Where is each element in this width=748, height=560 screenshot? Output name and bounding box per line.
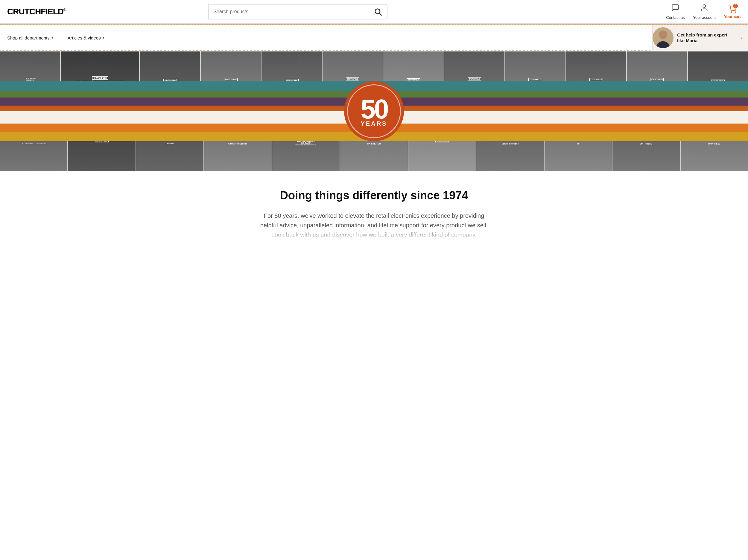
fifty-years-badge: 50 YEARS (344, 81, 404, 141)
main-nav: Shop all departments ▾ Articles & videos… (0, 25, 748, 51)
svg-point-2 (703, 5, 705, 7)
main-body-text: For 50 years, we've worked to elevate th… (257, 211, 491, 240)
svg-point-5 (659, 30, 667, 39)
search-button[interactable] (369, 4, 387, 19)
account-link[interactable]: Your account (693, 4, 716, 20)
contact-label: Contact us (666, 15, 684, 20)
cart-label: Your cart (724, 14, 741, 19)
main-content: Doing things differently since 1974 For … (239, 171, 509, 252)
expert-avatar-image (653, 27, 674, 48)
search-icon (374, 7, 382, 16)
svg-line-1 (380, 13, 381, 15)
cart-count-badge: 0 (733, 4, 738, 8)
fifty-circle-outline (347, 84, 401, 138)
articles-chevron-icon: ▾ (102, 36, 104, 40)
shop-chevron-icon: ▾ (51, 36, 53, 40)
cart-link[interactable]: 0 Your cart (724, 5, 741, 19)
svg-point-6 (656, 41, 670, 48)
shop-all-label: Shop all departments (7, 35, 50, 40)
expert-line2: like Maria (677, 38, 697, 43)
expert-line1: Get help from an expert (677, 32, 727, 38)
articles-videos-nav[interactable]: Articles & videos ▾ (61, 30, 112, 46)
header-actions: Contact us Your account 0 Your cart (666, 4, 741, 20)
nav-left: Shop all departments ▾ Articles & videos… (0, 30, 652, 46)
expert-banner[interactable]: Get help from an expert like Maria › (652, 25, 748, 51)
site-logo[interactable]: CRUTCHFIELD® (7, 7, 66, 17)
site-header: CRUTCHFIELD® Contact us (0, 0, 748, 24)
hero-catalog-section: CRUTCHFIELD PRESENTS PIONEER RCA SANYO J… (0, 51, 748, 171)
search-input[interactable] (209, 5, 369, 18)
account-label: Your account (693, 15, 716, 20)
svg-point-4 (735, 11, 735, 12)
articles-label: Articles & videos (68, 35, 101, 40)
search-bar (208, 4, 388, 20)
contact-us-link[interactable]: Contact us (666, 4, 684, 20)
account-icon (700, 4, 708, 14)
svg-point-3 (731, 11, 731, 12)
chat-icon (671, 4, 679, 14)
expert-text: Get help from an expert like Maria (677, 32, 737, 44)
expert-chevron-icon: › (740, 35, 742, 41)
shop-all-departments-nav[interactable]: Shop all departments ▾ (0, 30, 61, 46)
expert-avatar (653, 27, 674, 48)
cart-icon-wrap: 0 (728, 5, 737, 13)
main-heading: Doing things differently since 1974 (251, 189, 497, 202)
